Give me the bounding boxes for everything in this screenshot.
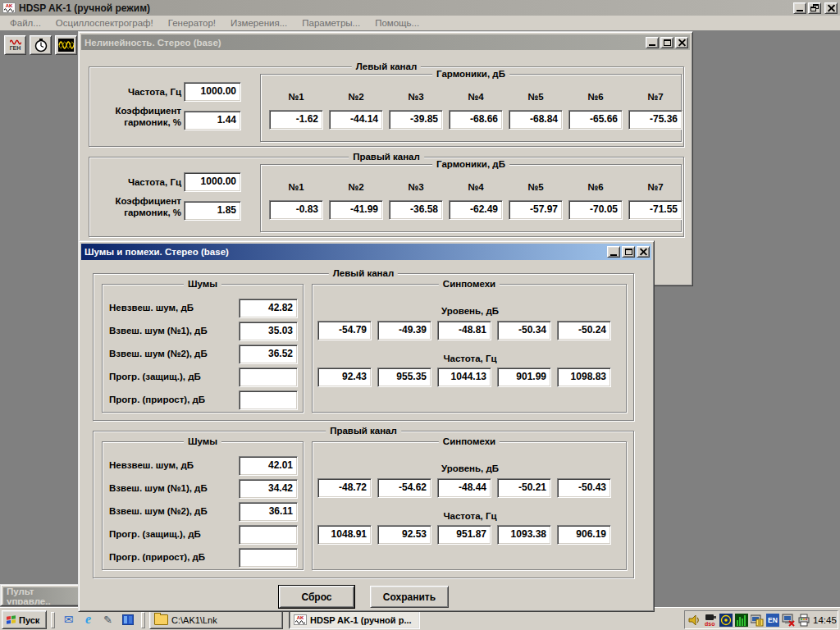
level-field[interactable]: -50.21 (497, 478, 551, 498)
spectrum-tray-icon[interactable] (735, 614, 748, 627)
harmonic-field[interactable]: -57.97 (509, 200, 563, 220)
thd-field[interactable]: 1.85 (184, 201, 241, 221)
quicklaunch-channels-button[interactable] (118, 610, 137, 628)
noise-field[interactable]: 36.11 (239, 502, 298, 522)
interference-subgroup-label: Синпомехи (439, 436, 500, 447)
quicklaunch-show-desktop-button[interactable]: ✎ (98, 610, 117, 628)
noise-field[interactable]: 42.01 (239, 456, 298, 476)
level-field[interactable]: -50.24 (557, 321, 611, 340)
interference-frequency-field[interactable]: 906.19 (557, 525, 611, 545)
menu-help[interactable]: Помощь... (368, 17, 427, 29)
noise-field[interactable]: 35.03 (239, 322, 298, 341)
interference-frequency-field[interactable]: 1093.38 (497, 525, 551, 545)
level-field[interactable]: -48.72 (317, 478, 372, 498)
noise-field[interactable]: 42.82 (239, 299, 298, 318)
noise-titlebar[interactable]: Шумы и помехи. Стерео (base) (81, 244, 651, 260)
quicklaunch-browser-button[interactable]: e (79, 610, 98, 628)
interference-frequency-field[interactable]: 1048.91 (317, 525, 372, 545)
save-button[interactable]: Сохранить (370, 586, 449, 608)
tray-clock[interactable]: 14:45 (813, 615, 837, 625)
level-field[interactable]: -54.62 (377, 478, 431, 498)
nl-minimize-button[interactable] (646, 37, 659, 48)
nl-maximize-button[interactable] (660, 37, 673, 48)
menu-file[interactable]: Файл... (2, 17, 48, 29)
main-minimize-button[interactable] (793, 2, 806, 14)
noise-subgroup-label: Шумы (184, 436, 221, 447)
interference-frequency-field[interactable]: 92.43 (317, 368, 372, 387)
oscilloscope-tool-button[interactable] (55, 35, 77, 55)
menu-measurements[interactable]: Измерения... (223, 17, 294, 29)
broadcast-tray-icon[interactable] (719, 614, 733, 627)
harmonic-field[interactable]: -39.85 (389, 110, 443, 130)
noise-field[interactable] (239, 548, 298, 568)
group-label: Правый канал (326, 425, 401, 436)
reset-button[interactable]: Сброс (279, 586, 354, 608)
nl-close-button[interactable] (675, 37, 688, 48)
minimized-window-titlebar[interactable]: Пульт управле.. (3, 587, 80, 605)
noise-field[interactable]: 36.52 (239, 345, 298, 364)
display-tray-icon[interactable] (751, 614, 764, 627)
thd-field[interactable]: 1.44 (184, 111, 241, 130)
language-indicator[interactable]: EN (766, 614, 779, 627)
level-field[interactable]: -50.34 (497, 321, 551, 340)
menu-parameters[interactable]: Параметры... (294, 17, 368, 29)
interference-frequency-field[interactable]: 1044.13 (437, 368, 491, 387)
harmonic-field[interactable]: -44.14 (329, 110, 383, 130)
interference-frequency-field[interactable]: 955.35 (377, 368, 431, 387)
main-titlebar[interactable]: AK HDSP AK-1 (ручной режим) (0, 0, 840, 16)
nonlinearity-titlebar[interactable]: Нелинейность. Стерео (base) (81, 34, 690, 50)
harmonic-field[interactable]: -75.36 (628, 110, 682, 130)
harmonic-field[interactable]: -68.84 (509, 110, 563, 130)
noise-minimize-button[interactable] (607, 246, 620, 258)
level-field[interactable]: -48.44 (437, 478, 491, 498)
start-button[interactable]: Пуск (2, 610, 47, 629)
quicklaunch-mail-button[interactable]: ✉ (59, 610, 78, 628)
dso-tray-icon[interactable]: dso (704, 614, 717, 627)
harmonic-field[interactable]: -41.99 (329, 200, 383, 220)
task-button-folder[interactable]: C:\AK1\Lnk (149, 610, 283, 629)
noise-field[interactable] (239, 525, 298, 545)
noise-close-button[interactable] (637, 246, 650, 258)
interference-frequency-field[interactable]: 1098.83 (557, 368, 611, 387)
main-close-button[interactable] (824, 2, 838, 14)
noise-field[interactable]: 34.42 (239, 479, 298, 499)
menu-generator[interactable]: Генератор! (161, 17, 223, 29)
harmonic-field[interactable]: -36.58 (389, 200, 443, 220)
harmonics-group: Гармоники, дБ №1 №2 №3 №4 №5 №6 №7 -0.83… (260, 164, 682, 232)
generator-tool-button[interactable]: ГЕН (4, 35, 26, 55)
noise-maximize-button[interactable] (622, 246, 635, 258)
noise-field[interactable] (239, 368, 298, 387)
task-label: HDSP AK-1 (ручной р... (310, 615, 412, 625)
harmonic-field[interactable]: -62.49 (449, 200, 503, 220)
level-field[interactable]: -50.43 (557, 478, 611, 498)
harmonic-field[interactable]: -68.66 (449, 110, 503, 130)
level-field[interactable]: -48.81 (437, 321, 491, 340)
harmonic-field[interactable]: -71.55 (628, 200, 682, 220)
frequency-field[interactable]: 1000.00 (184, 172, 241, 192)
harmonic-field[interactable]: -1.62 (269, 110, 323, 130)
task-button-hdsp[interactable]: AK HDSP AK-1 (ручной р... (289, 610, 420, 629)
volume-icon[interactable] (688, 614, 701, 627)
level-field[interactable]: -54.79 (317, 321, 372, 340)
harmonic-field[interactable]: -65.66 (568, 110, 623, 130)
taskbar-grip[interactable] (141, 612, 145, 628)
noise-field[interactable] (239, 390, 298, 410)
minimized-control-panel-window: Пульт управле.. (0, 584, 84, 606)
show-desktop-icon: ✎ (103, 614, 112, 625)
noise-left-channel-group: Левый канал Шумы Невзвеш. шум, дБ 42.82 … (93, 273, 634, 421)
interference-frequency-field[interactable]: 951.87 (437, 525, 491, 545)
printer-tray-icon[interactable] (797, 614, 810, 627)
stopwatch-icon (34, 39, 48, 52)
frequency-field[interactable]: 1000.00 (184, 82, 241, 102)
harmonic-field[interactable]: -70.05 (568, 200, 623, 220)
harmonic-field[interactable]: -0.83 (269, 200, 323, 220)
interference-frequency-field[interactable]: 901.99 (497, 368, 551, 387)
level-label: Уровень, дБ (313, 463, 628, 474)
interference-frequency-field[interactable]: 92.53 (377, 525, 431, 545)
taskbar-grip[interactable] (51, 612, 55, 628)
menu-oscillospectrograph[interactable]: Осциллоспектрограф! (48, 17, 161, 29)
main-restore-button[interactable] (808, 2, 821, 14)
offline-status-icon[interactable] (782, 614, 795, 627)
level-field[interactable]: -49.39 (377, 321, 431, 340)
measure-tool-button[interactable] (30, 35, 52, 55)
